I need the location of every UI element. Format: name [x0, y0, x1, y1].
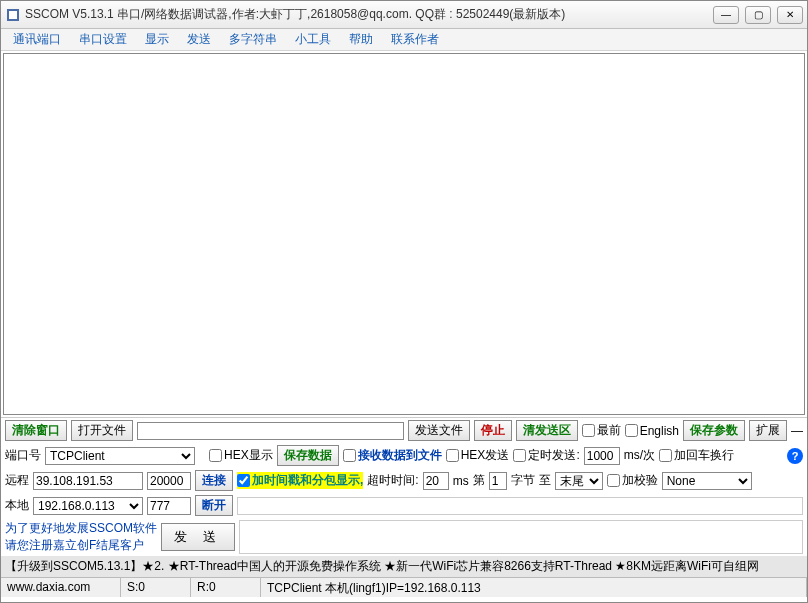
app-icon: [5, 7, 21, 23]
expand-button[interactable]: 扩展: [749, 420, 787, 441]
expand-dash: —: [791, 424, 803, 438]
toolbar-row-1: 清除窗口 打开文件 发送文件 停止 清发送区 最前 English 保存参数 扩…: [1, 417, 807, 443]
send-file-button[interactable]: 发送文件: [408, 420, 470, 441]
menubar: 通讯端口 串口设置 显示 发送 多字符串 小工具 帮助 联系作者: [1, 29, 807, 51]
statusbar: www.daxia.com S:0 R:0 TCPClient 本机(lingf…: [1, 577, 807, 597]
toolbar-row-3: 远程 连接 加时间戳和分包显示, 超时时间: ms 第 字节 至 末尾 加校验 …: [1, 468, 807, 493]
nth-unit: 字节: [511, 472, 535, 489]
receive-textarea[interactable]: [3, 53, 805, 415]
status-site: www.daxia.com: [1, 578, 121, 597]
local-port-input[interactable]: [147, 497, 191, 515]
timed-send-checkbox[interactable]: 定时发送:: [513, 447, 579, 464]
menu-multistring[interactable]: 多字符串: [221, 29, 285, 50]
recv-to-file-label: 接收数据到文件: [358, 447, 442, 464]
local-ip-select[interactable]: 192.168.0.113: [33, 497, 143, 515]
clear-send-area-button[interactable]: 清发送区: [516, 420, 578, 441]
toolbar-row-2: 端口号 TCPClient HEX显示 保存数据 接收数据到文件 HEX发送 定…: [1, 443, 807, 468]
status-connection: TCPClient 本机(lingf1)IP=192.168.0.113: [261, 578, 807, 597]
promo-line-1: 为了更好地发展SSCOM软件: [5, 520, 157, 537]
menu-help[interactable]: 帮助: [341, 29, 381, 50]
connect-button[interactable]: 连接: [195, 470, 233, 491]
add-crlf-checkbox[interactable]: 加回车换行: [659, 447, 734, 464]
hex-show-checkbox[interactable]: HEX显示: [209, 447, 273, 464]
timestamp-checkbox[interactable]: 加时间戳和分包显示,: [237, 472, 363, 489]
minimize-button[interactable]: —: [713, 6, 739, 24]
status-recv: R:0: [191, 578, 261, 597]
promo-text: 为了更好地发展SSCOM软件 请您注册嘉立创F结尾客户: [5, 520, 157, 554]
window-controls: — ▢ ✕: [713, 6, 803, 24]
topmost-checkbox[interactable]: 最前: [582, 422, 621, 439]
send-button[interactable]: 发 送: [161, 523, 235, 551]
menu-comm-port[interactable]: 通讯端口: [5, 29, 69, 50]
save-params-button[interactable]: 保存参数: [683, 420, 745, 441]
disconnect-button[interactable]: 断开: [195, 495, 233, 516]
ad-text[interactable]: 【升级到SSCOM5.13.1】★2. ★RT-Thread中国人的开源免费操作…: [5, 558, 759, 575]
checksum-type-select[interactable]: None: [662, 472, 752, 490]
remote-label: 远程: [5, 472, 29, 489]
menu-serial-settings[interactable]: 串口设置: [71, 29, 135, 50]
checksum-label: 加校验: [622, 472, 658, 489]
menu-send[interactable]: 发送: [179, 29, 219, 50]
timeout-unit: ms: [453, 474, 469, 488]
local-label: 本地: [5, 497, 29, 514]
maximize-button[interactable]: ▢: [745, 6, 771, 24]
clear-window-button[interactable]: 清除窗口: [5, 420, 67, 441]
send-textarea[interactable]: [237, 497, 803, 515]
english-checkbox[interactable]: English: [625, 424, 679, 438]
to-label: 至: [539, 472, 551, 489]
ad-row: 【升级到SSCOM5.13.1】★2. ★RT-Thread中国人的开源免费操作…: [1, 556, 807, 577]
add-crlf-label: 加回车换行: [674, 447, 734, 464]
nth-label: 第: [473, 472, 485, 489]
port-select[interactable]: TCPClient: [45, 447, 195, 465]
menu-contact[interactable]: 联系作者: [383, 29, 447, 50]
close-button[interactable]: ✕: [777, 6, 803, 24]
file-path-field[interactable]: [137, 422, 404, 440]
menu-tools[interactable]: 小工具: [287, 29, 339, 50]
titlebar: SSCOM V5.13.1 串口/网络数据调试器,作者:大虾丁丁,2618058…: [1, 1, 807, 29]
promo-row: 为了更好地发展SSCOM软件 请您注册嘉立创F结尾客户 发 送: [1, 518, 807, 556]
status-sent: S:0: [121, 578, 191, 597]
interval-input[interactable]: [584, 447, 620, 465]
remote-port-input[interactable]: [147, 472, 191, 490]
timeout-input[interactable]: [423, 472, 449, 490]
hex-send-label: HEX发送: [461, 447, 510, 464]
interval-unit: ms/次: [624, 447, 655, 464]
help-icon[interactable]: ?: [787, 448, 803, 464]
open-file-button[interactable]: 打开文件: [71, 420, 133, 441]
window-title: SSCOM V5.13.1 串口/网络数据调试器,作者:大虾丁丁,2618058…: [25, 6, 713, 23]
stop-button[interactable]: 停止: [474, 420, 512, 441]
hex-show-label: HEX显示: [224, 447, 273, 464]
checksum-checkbox[interactable]: 加校验: [607, 472, 658, 489]
topmost-label: 最前: [597, 422, 621, 439]
menu-display[interactable]: 显示: [137, 29, 177, 50]
send-textarea-2[interactable]: [239, 520, 803, 554]
end-select[interactable]: 末尾: [555, 472, 603, 490]
english-label: English: [640, 424, 679, 438]
toolbar-row-4: 本地 192.168.0.113 断开: [1, 493, 807, 518]
save-data-button[interactable]: 保存数据: [277, 445, 339, 466]
remote-ip-input[interactable]: [33, 472, 143, 490]
hex-send-checkbox[interactable]: HEX发送: [446, 447, 510, 464]
svg-rect-1: [9, 11, 17, 19]
timeout-label: 超时时间:: [367, 472, 418, 489]
timed-send-label: 定时发送:: [528, 447, 579, 464]
recv-to-file-checkbox[interactable]: 接收数据到文件: [343, 447, 442, 464]
port-label: 端口号: [5, 447, 41, 464]
nth-input[interactable]: [489, 472, 507, 490]
timestamp-label: 加时间戳和分包显示,: [252, 472, 363, 489]
control-panel: 清除窗口 打开文件 发送文件 停止 清发送区 最前 English 保存参数 扩…: [1, 417, 807, 597]
promo-line-2: 请您注册嘉立创F结尾客户: [5, 537, 157, 554]
